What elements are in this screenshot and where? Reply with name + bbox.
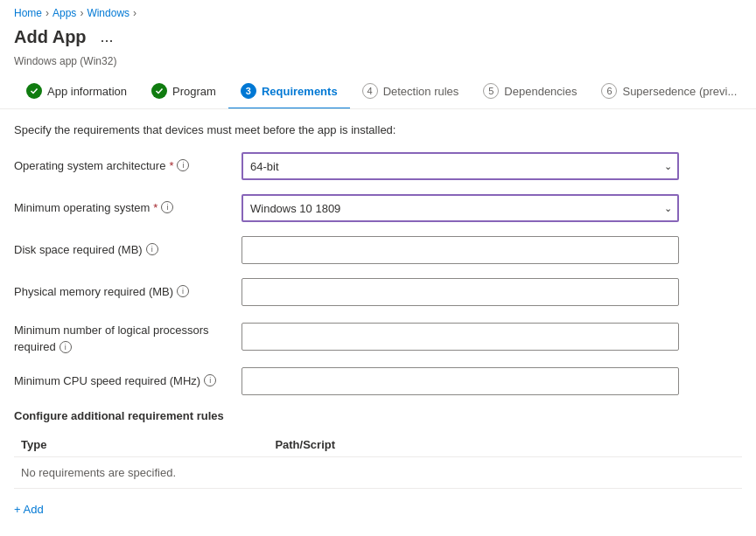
- requirements-table: Type Path/Script No requirements are spe…: [14, 433, 742, 489]
- breadcrumb-home[interactable]: Home: [14, 7, 42, 19]
- tab-number-supersedence: 6: [601, 83, 617, 99]
- empty-requirements-message: No requirements are specified.: [14, 457, 742, 489]
- tab-detection-rules[interactable]: 4 Detection rules: [350, 74, 472, 109]
- form-row-disk-space: Disk space required (MB) i: [14, 236, 742, 264]
- form-row-os-architecture: Operating system architecture * i 64-bit…: [14, 152, 742, 180]
- tab-requirements[interactable]: 3 Requirements: [228, 74, 350, 109]
- min-os-dropdown[interactable]: Windows 10 1809 Windows 10 1607 Windows …: [242, 194, 679, 222]
- page-subtitle: Windows app (Win32): [0, 55, 756, 74]
- tab-label-app-information: App information: [47, 85, 127, 98]
- content-area: Specify the requirements that devices mu…: [0, 109, 756, 523]
- info-icon-min-cpu-speed[interactable]: i: [204, 374, 216, 386]
- breadcrumb-apps[interactable]: Apps: [52, 7, 76, 19]
- form-row-physical-memory: Physical memory required (MB) i: [14, 278, 742, 306]
- tab-label-program: Program: [172, 85, 216, 98]
- dropdown-wrapper-min-os: Windows 10 1809 Windows 10 1607 Windows …: [242, 194, 679, 222]
- tab-supersedence[interactable]: 6 Supersedence (previ...: [589, 74, 749, 109]
- info-icon-min-processors[interactable]: i: [60, 341, 72, 353]
- info-icon-disk-space[interactable]: i: [146, 243, 158, 255]
- label-min-cpu-speed: Minimum CPU speed required (MHz) i: [14, 373, 242, 389]
- tab-app-information[interactable]: App information: [14, 74, 139, 109]
- label-min-os: Minimum operating system * i: [14, 200, 242, 216]
- tab-dependencies[interactable]: 5 Dependencies: [471, 74, 589, 109]
- tabs-container: App information Program 3 Requirements 4…: [0, 74, 756, 109]
- page-header: Add App ...: [0, 23, 756, 55]
- additional-requirements-title: Configure additional requirement rules: [14, 409, 742, 422]
- physical-memory-input[interactable]: [242, 278, 679, 306]
- info-icon-os-architecture[interactable]: i: [177, 159, 189, 171]
- form-row-min-os: Minimum operating system * i Windows 10 …: [14, 194, 742, 222]
- tab-number-requirements: 3: [241, 83, 256, 99]
- form-row-min-cpu-speed: Minimum CPU speed required (MHz) i: [14, 367, 742, 395]
- dropdown-wrapper-os-architecture: 64-bit 32-bit Both ⌄: [242, 152, 679, 180]
- empty-requirements-row: No requirements are specified.: [14, 457, 742, 489]
- tab-label-supersedence: Supersedence (previ...: [622, 85, 737, 98]
- info-icon-physical-memory[interactable]: i: [177, 285, 189, 297]
- info-icon-min-os[interactable]: i: [161, 201, 173, 213]
- ellipsis-menu-button[interactable]: ...: [95, 26, 119, 48]
- min-processors-input[interactable]: [242, 323, 679, 351]
- column-type: Type: [14, 433, 268, 457]
- page-title: Add App: [14, 27, 87, 47]
- breadcrumb-windows[interactable]: Windows: [87, 7, 130, 19]
- check-icon-app-information: [26, 83, 42, 99]
- min-cpu-speed-input[interactable]: [242, 367, 679, 395]
- label-os-architecture: Operating system architecture * i: [14, 158, 242, 174]
- os-architecture-dropdown[interactable]: 64-bit 32-bit Both: [242, 152, 679, 180]
- check-icon-program: [151, 83, 167, 99]
- add-requirement-link[interactable]: + Add: [14, 496, 44, 523]
- requirements-description: Specify the requirements that devices mu…: [14, 123, 742, 136]
- tab-label-detection-rules: Detection rules: [383, 85, 459, 98]
- column-path-script: Path/Script: [268, 433, 742, 457]
- tab-number-detection-rules: 4: [362, 83, 378, 99]
- tab-program[interactable]: Program: [139, 74, 228, 109]
- disk-space-input[interactable]: [242, 236, 679, 264]
- tab-label-requirements: Requirements: [262, 85, 338, 98]
- breadcrumb: Home › Apps › Windows ›: [0, 0, 756, 23]
- tab-number-dependencies: 5: [483, 83, 499, 99]
- tab-label-dependencies: Dependencies: [504, 85, 577, 98]
- label-min-processors: Minimum number of logical processors req…: [14, 320, 242, 353]
- label-disk-space: Disk space required (MB) i: [14, 242, 242, 258]
- label-physical-memory: Physical memory required (MB) i: [14, 284, 242, 300]
- form-row-min-processors: Minimum number of logical processors req…: [14, 320, 742, 353]
